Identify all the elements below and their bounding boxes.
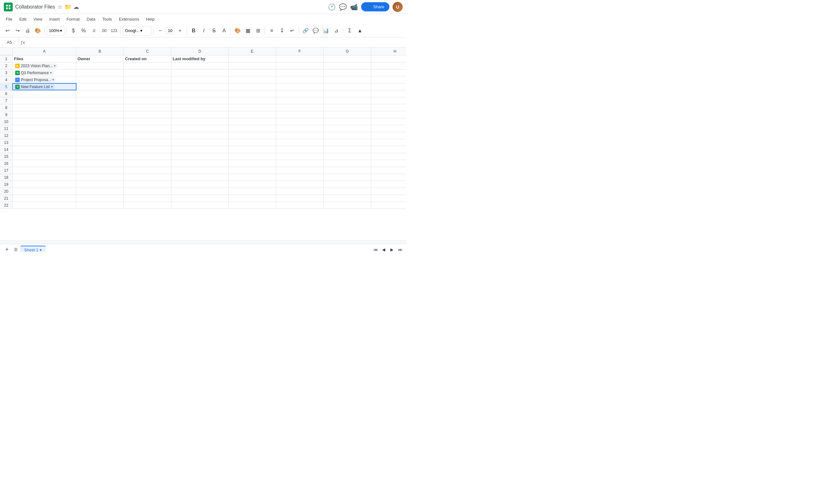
cell-c22[interactable]: [124, 202, 171, 209]
cell-e11[interactable]: [229, 125, 276, 132]
cell-h16[interactable]: [371, 160, 406, 167]
cell-a2[interactable]: ▶ 2023 Vision Plan... ▾: [13, 62, 76, 69]
cell-g14[interactable]: [324, 146, 371, 153]
cell-d19[interactable]: [171, 181, 229, 188]
cell-c16[interactable]: [124, 160, 171, 167]
cell-e13[interactable]: [229, 139, 276, 146]
menu-item-help[interactable]: Help: [143, 16, 158, 23]
redo-button[interactable]: ↪: [13, 26, 22, 36]
cell-f18[interactable]: [276, 174, 324, 181]
cell-b12[interactable]: [76, 132, 124, 139]
cell-f3[interactable]: [276, 69, 324, 76]
cell-a7[interactable]: [13, 97, 76, 104]
cell-h19[interactable]: [371, 181, 406, 188]
cell-b6[interactable]: [76, 90, 124, 97]
cell-b3[interactable]: [76, 69, 124, 76]
cell-c1[interactable]: Created on: [124, 55, 171, 62]
cell-d9[interactable]: [171, 111, 229, 118]
cell-f5[interactable]: [276, 83, 324, 90]
cell-f8[interactable]: [276, 104, 324, 111]
cell-c7[interactable]: [124, 97, 171, 104]
cell-h3[interactable]: [371, 69, 406, 76]
cell-c20[interactable]: [124, 188, 171, 195]
cell-c10[interactable]: [124, 118, 171, 125]
cell-b14[interactable]: [76, 146, 124, 153]
cell-f17[interactable]: [276, 167, 324, 174]
cell-h17[interactable]: [371, 167, 406, 174]
cell-g1[interactable]: [324, 55, 371, 62]
cell-e4[interactable]: [229, 76, 276, 83]
cell-h4[interactable]: [371, 76, 406, 83]
filter-button[interactable]: ⊿: [331, 26, 341, 36]
cell-e8[interactable]: [229, 104, 276, 111]
cell-d1[interactable]: Last modified by: [171, 55, 229, 62]
cell-c11[interactable]: [124, 125, 171, 132]
menu-item-insert[interactable]: Insert: [46, 16, 63, 23]
nav-arrow-right-end[interactable]: ⏭: [396, 246, 404, 252]
row-num-4[interactable]: 4: [0, 76, 13, 83]
cell-f1[interactable]: [276, 55, 324, 62]
cell-g17[interactable]: [324, 167, 371, 174]
cell-f16[interactable]: [276, 160, 324, 167]
cell-h14[interactable]: [371, 146, 406, 153]
cell-h18[interactable]: [371, 174, 406, 181]
cell-d12[interactable]: [171, 132, 229, 139]
cell-b7[interactable]: [76, 97, 124, 104]
cell-e3[interactable]: [229, 69, 276, 76]
cell-h20[interactable]: [371, 188, 406, 195]
cell-a21[interactable]: [13, 195, 76, 202]
meet-icon[interactable]: 📹: [350, 3, 358, 11]
row-num-2[interactable]: 2: [0, 62, 13, 69]
cell-reference[interactable]: A5: [0, 37, 19, 47]
cell-h7[interactable]: [371, 97, 406, 104]
cell-e17[interactable]: [229, 167, 276, 174]
cell-c2[interactable]: [124, 62, 171, 69]
row-num-12[interactable]: 12: [0, 132, 13, 139]
cell-d16[interactable]: [171, 160, 229, 167]
cell-a19[interactable]: [13, 181, 76, 188]
horizontal-scrollbar[interactable]: [0, 241, 406, 244]
cell-c6[interactable]: [124, 90, 171, 97]
nav-arrow-left-end[interactable]: ⏮: [372, 246, 379, 252]
cell-g15[interactable]: [324, 153, 371, 160]
cell-g16[interactable]: [324, 160, 371, 167]
cell-d3[interactable]: [171, 69, 229, 76]
cell-g12[interactable]: [324, 132, 371, 139]
cell-e2[interactable]: [229, 62, 276, 69]
cell-f4[interactable]: [276, 76, 324, 83]
row-num-21[interactable]: 21: [0, 195, 13, 202]
cell-h12[interactable]: [371, 132, 406, 139]
function-button[interactable]: Σ: [345, 26, 355, 36]
cell-e19[interactable]: [229, 181, 276, 188]
cell-c14[interactable]: [124, 146, 171, 153]
cell-g20[interactable]: [324, 188, 371, 195]
col-header-g[interactable]: G: [324, 48, 371, 55]
cell-f11[interactable]: [276, 125, 324, 132]
cell-b21[interactable]: [76, 195, 124, 202]
cell-b15[interactable]: [76, 153, 124, 160]
cell-d20[interactable]: [171, 188, 229, 195]
cell-c17[interactable]: [124, 167, 171, 174]
cell-a5[interactable]: ⊞ New Feature List ▾: [13, 83, 76, 90]
cell-a16[interactable]: [13, 160, 76, 167]
col-header-h[interactable]: H: [371, 48, 406, 55]
cell-g2[interactable]: [324, 62, 371, 69]
cell-a11[interactable]: [13, 125, 76, 132]
menu-item-tools[interactable]: Tools: [99, 16, 115, 23]
cell-f10[interactable]: [276, 118, 324, 125]
cell-g8[interactable]: [324, 104, 371, 111]
cell-d18[interactable]: [171, 174, 229, 181]
cell-b18[interactable]: [76, 174, 124, 181]
file-chip-sheets-q3[interactable]: ⊞ Q3 Performance ▾: [14, 70, 54, 75]
cell-d10[interactable]: [171, 118, 229, 125]
cell-b4[interactable]: [76, 76, 124, 83]
cell-g3[interactable]: [324, 69, 371, 76]
row-num-16[interactable]: 16: [0, 160, 13, 167]
cell-f21[interactable]: [276, 195, 324, 202]
row-num-7[interactable]: 7: [0, 97, 13, 104]
cell-f6[interactable]: [276, 90, 324, 97]
cell-f22[interactable]: [276, 202, 324, 209]
cell-e5[interactable]: [229, 83, 276, 90]
cell-c13[interactable]: [124, 139, 171, 146]
cell-f7[interactable]: [276, 97, 324, 104]
